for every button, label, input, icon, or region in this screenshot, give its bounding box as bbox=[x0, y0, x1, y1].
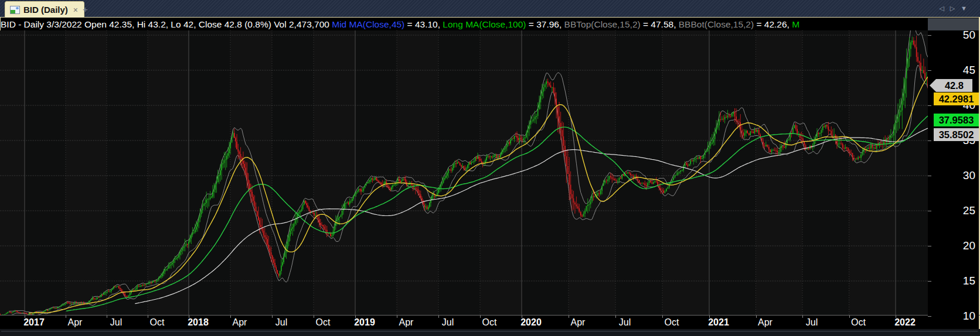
price-tick bbox=[928, 105, 931, 106]
date-label-month: Oct bbox=[482, 317, 497, 327]
price-tick bbox=[928, 246, 931, 246]
date-tick bbox=[849, 316, 850, 318]
indicator-price-box: 35.8502 bbox=[934, 128, 979, 141]
date-label-month: Apr bbox=[571, 317, 586, 327]
legend-segment: M bbox=[792, 19, 799, 29]
date-tick bbox=[272, 316, 273, 318]
horizontal-scrollbar[interactable] bbox=[0, 329, 980, 336]
price-tick bbox=[928, 316, 931, 317]
date-label-year: 2021 bbox=[708, 317, 729, 327]
legend-segment: Mid MA(Close,45) bbox=[332, 19, 404, 29]
date-label-month: Oct bbox=[316, 317, 331, 327]
new-tab-icon[interactable]: + bbox=[83, 5, 88, 13]
price-tick bbox=[928, 281, 931, 282]
price-tick-label: 45 bbox=[940, 64, 975, 76]
candlestick-chart[interactable] bbox=[0, 30, 928, 315]
date-label-month: Jul bbox=[275, 317, 287, 327]
tab-menu-icon[interactable]: ▼ bbox=[961, 5, 967, 12]
last-price-box: 42.8 bbox=[936, 79, 972, 92]
legend-segment: Long MA(Close,100) bbox=[443, 19, 526, 29]
legend-segment: = 47.58, bbox=[641, 19, 679, 29]
price-tick bbox=[928, 211, 931, 211]
date-label-month: Jul bbox=[806, 317, 818, 327]
legend-segment: BID - Daily 3/3/2022 Open 42.35, Hi 43.2… bbox=[1, 19, 332, 29]
price-tick-label: 30 bbox=[940, 170, 975, 181]
price-tick bbox=[928, 176, 931, 176]
scroll-tabs-left-icon[interactable]: ◁ bbox=[939, 5, 944, 12]
close-tab-icon[interactable]: × bbox=[73, 6, 78, 14]
date-label-month: Oct bbox=[851, 317, 866, 327]
date-tick bbox=[569, 316, 569, 318]
price-tick bbox=[928, 35, 931, 36]
indicator-price-box: 42.2981 bbox=[934, 92, 979, 105]
date-label-month: Apr bbox=[68, 317, 83, 327]
price-tick-label: 20 bbox=[940, 240, 975, 252]
date-label-month: Apr bbox=[399, 317, 414, 327]
date-label-month: Jul bbox=[619, 317, 631, 327]
legend-segment: BBTop(Close,15,2) bbox=[564, 19, 641, 29]
date-label-month: Jul bbox=[110, 317, 122, 327]
legend-segment: = 43.10, bbox=[404, 19, 443, 29]
date-label-month: Oct bbox=[665, 317, 679, 327]
date-tick bbox=[662, 316, 663, 318]
app-window: BID (Daily) × + ◁ ▷ ▼ BID - Daily 3/3/20… bbox=[0, 0, 980, 336]
price-tick bbox=[928, 70, 931, 71]
date-label-year: 2022 bbox=[894, 317, 916, 327]
legend-segment: = 37.96, bbox=[526, 19, 564, 29]
price-tick-label: 15 bbox=[940, 275, 975, 287]
price-tick-label: 10 bbox=[940, 310, 975, 322]
scrollbar-track bbox=[1, 331, 978, 332]
tab-label: BID (Daily) bbox=[23, 5, 68, 15]
legend-segment: BBBot(Close,15,2) bbox=[679, 19, 754, 29]
date-tick bbox=[148, 316, 148, 318]
date-tick bbox=[438, 316, 439, 318]
date-axis[interactable]: 2017AprJulOct2018AprJulOct2019AprJulOct2… bbox=[0, 316, 928, 329]
date-tick bbox=[615, 316, 616, 318]
date-label-year: 2018 bbox=[188, 317, 209, 327]
date-tick bbox=[756, 316, 757, 318]
tab-bar: BID (Daily) × + ◁ ▷ ▼ bbox=[0, 0, 980, 18]
date-label-month: Apr bbox=[233, 317, 247, 327]
date-label-month: Oct bbox=[150, 317, 165, 327]
date-tick bbox=[802, 316, 803, 318]
chart-thumbnail-icon bbox=[10, 6, 20, 14]
indicator-price-box: 37.9583 bbox=[934, 114, 979, 126]
date-tick bbox=[314, 316, 314, 318]
date-tick bbox=[480, 316, 481, 318]
scroll-tabs-right-icon[interactable]: ▷ bbox=[950, 5, 955, 12]
date-tick bbox=[107, 316, 107, 318]
date-label-year: 2019 bbox=[354, 317, 375, 327]
chart-legend: BID - Daily 3/3/2022 Open 42.35, Hi 43.2… bbox=[1, 18, 928, 30]
price-tick-label: 50 bbox=[940, 29, 975, 41]
price-axis[interactable]: 50454035302520151042.842.298137.958335.8… bbox=[928, 30, 979, 329]
legend-segment: = 42.26, bbox=[754, 19, 792, 29]
tab-scroll-controls: ◁ ▷ ▼ bbox=[939, 5, 967, 12]
price-tick bbox=[928, 140, 931, 141]
date-tick bbox=[66, 316, 66, 318]
tab-bid-daily[interactable]: BID (Daily) × bbox=[5, 1, 84, 18]
date-tick bbox=[230, 316, 231, 318]
price-tick-label: 25 bbox=[940, 205, 975, 217]
date-label-month: Jul bbox=[442, 317, 454, 327]
date-label-year: 2020 bbox=[520, 317, 542, 327]
date-label-year: 2017 bbox=[23, 317, 45, 327]
date-tick bbox=[397, 316, 397, 318]
date-label-month: Apr bbox=[758, 317, 773, 327]
